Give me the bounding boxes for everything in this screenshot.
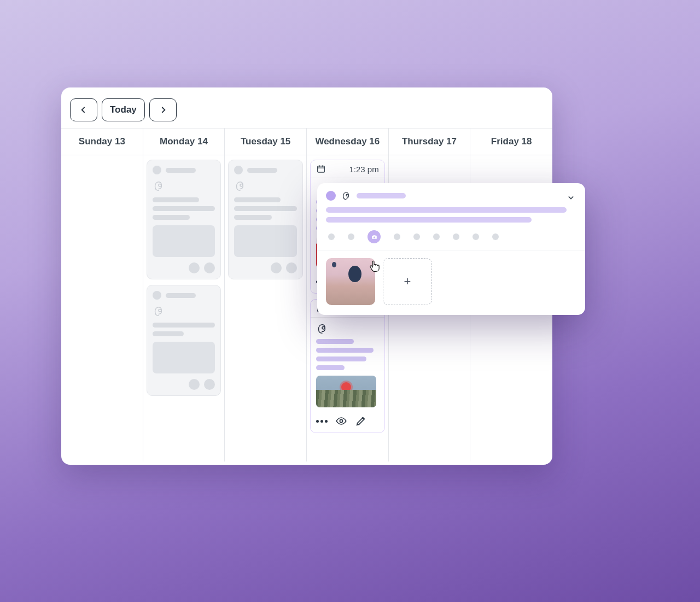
media-placeholder [153, 225, 215, 257]
tool-dot[interactable] [413, 233, 420, 240]
eye-icon[interactable] [335, 415, 347, 427]
day-header: Sunday 13 [61, 128, 143, 155]
post-composer-popover: + [317, 183, 585, 315]
avatar [326, 191, 336, 201]
threads-icon [153, 180, 165, 192]
day-header: Friday 18 [470, 128, 552, 155]
calendar-header: Sunday 13 Monday 14 Tuesday 15 Wednesday… [61, 128, 552, 155]
composer-header [317, 183, 585, 205]
prev-button[interactable] [70, 98, 97, 121]
scheduled-post-placeholder[interactable] [147, 160, 221, 279]
next-button[interactable] [149, 98, 177, 121]
chevron-down-icon[interactable] [565, 192, 576, 203]
camera-icon [371, 233, 378, 241]
post-time: 1:23 pm [349, 165, 378, 174]
post-time-row: 1:23 pm [311, 160, 384, 178]
threads-icon [341, 191, 351, 201]
day-column-sun[interactable] [61, 155, 143, 461]
scheduled-post-placeholder[interactable] [228, 160, 303, 279]
tool-dot[interactable] [492, 233, 499, 240]
threads-icon [234, 180, 246, 192]
add-media-button[interactable] [368, 230, 381, 243]
post-media-thumb [316, 376, 376, 407]
add-media-tile[interactable]: + [383, 258, 432, 305]
tool-dot[interactable] [472, 233, 479, 240]
threads-icon [316, 323, 328, 335]
composer-title-placeholder [357, 193, 406, 198]
location-pin-icon [341, 382, 351, 392]
more-icon[interactable] [316, 420, 328, 423]
pencil-icon[interactable] [355, 415, 367, 427]
day-header: Tuesday 15 [225, 128, 307, 155]
pointer-cursor-icon [368, 258, 383, 273]
tool-dot[interactable] [348, 233, 354, 240]
arrow-left-icon [78, 104, 89, 115]
scheduled-post-placeholder[interactable] [147, 285, 221, 396]
toolbar: Today [61, 87, 552, 128]
svg-point-3 [340, 419, 342, 422]
day-header: Monday 14 [143, 128, 225, 155]
scheduled-post[interactable]: 12:23 pm [310, 299, 385, 433]
tool-dot[interactable] [433, 233, 440, 240]
today-button[interactable]: Today [102, 98, 145, 121]
day-column-tue[interactable] [225, 155, 307, 461]
threads-icon [153, 305, 165, 317]
day-column-mon[interactable] [143, 155, 225, 461]
arrow-right-icon [158, 104, 168, 115]
composer-media-row: + [317, 250, 585, 315]
svg-rect-0 [318, 166, 325, 172]
media-placeholder [234, 225, 297, 257]
tool-dot[interactable] [394, 233, 400, 240]
day-header: Wednesday 16 [307, 128, 389, 155]
day-header: Thursday 17 [389, 128, 471, 155]
composer-text-placeholder[interactable] [326, 207, 576, 223]
composer-tool-row [326, 230, 576, 243]
tool-dot[interactable] [328, 233, 335, 240]
calendar-icon [316, 164, 326, 174]
tool-dot[interactable] [453, 233, 459, 240]
svg-point-4 [373, 236, 375, 238]
media-placeholder [153, 342, 215, 373]
